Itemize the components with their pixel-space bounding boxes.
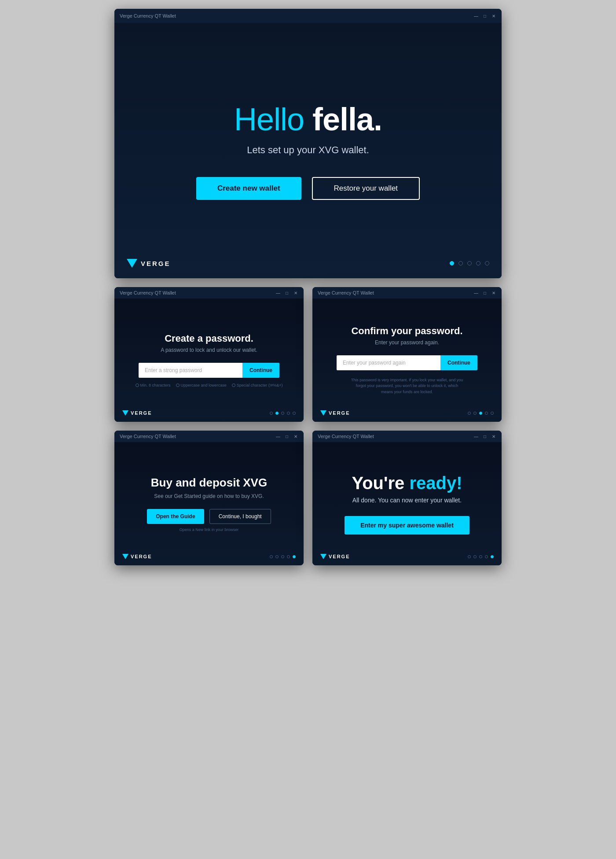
confirm-password-continue-btn[interactable]: Continue (440, 355, 477, 370)
hint-text-2: Uppercase and lowercase (181, 383, 227, 387)
confirm-pw-footer: VERGE (320, 410, 494, 416)
title-bar-create-pw: Verge Currency QT Wallet — □ ✕ (114, 287, 304, 299)
verge-triangle-icon (127, 259, 137, 268)
dot-5 (485, 261, 489, 265)
window-controls-ready: — □ ✕ (473, 434, 496, 439)
page-dots-main (450, 261, 489, 265)
create-password-continue-btn[interactable]: Continue (242, 363, 279, 378)
hint-min-chars: Min. 8 characters (136, 383, 171, 387)
verge-triangle-create-pw (122, 410, 128, 416)
minimize-button[interactable]: — (473, 13, 479, 18)
hint-text-3: Special character (!#%&+) (237, 383, 283, 387)
close-btn-ready[interactable]: ✕ (491, 434, 496, 439)
restore-wallet-button[interactable]: Restore your wallet (312, 177, 420, 200)
link-hint: Opens a New link in your browser (180, 527, 239, 532)
create-password-window: Verge Currency QT Wallet — □ ✕ Create a … (114, 287, 304, 422)
dot-3 (467, 261, 472, 265)
continue-bought-button[interactable]: Continue, I bought (209, 509, 271, 524)
hint-special: Special character (!#%&+) (232, 383, 283, 387)
confirm-password-warning: This password is very important. If you … (350, 377, 464, 395)
create-password-input-row: Continue (139, 363, 279, 378)
window-controls-create-pw: — □ ✕ (275, 290, 298, 295)
sdot-3 (281, 412, 284, 415)
window-controls-confirm-pw: — □ ✕ (473, 290, 496, 295)
bdot-4 (287, 555, 290, 558)
hello-bold: fella. (312, 102, 382, 137)
rdot-2 (473, 555, 477, 558)
maximize-btn-create-pw[interactable]: □ (284, 290, 290, 295)
main-button-row: Create new wallet Restore your wallet (196, 177, 420, 200)
rdot-5 (491, 555, 494, 558)
hello-heading: Hello fella. (234, 101, 382, 137)
minimize-btn-confirm-pw[interactable]: — (473, 290, 479, 295)
hint-circle-3 (232, 383, 235, 387)
main-content: Hello fella. Lets set up your XVG wallet… (114, 23, 502, 278)
hint-text-1: Min. 8 characters (140, 383, 171, 387)
window-controls: — □ ✕ (473, 13, 496, 18)
hint-uppercase: Uppercase and lowercase (176, 383, 227, 387)
window-title-buy: Verge Currency QT Wallet (120, 434, 176, 439)
buy-title: Buy and deposit XVG (151, 476, 267, 490)
close-button[interactable]: ✕ (491, 13, 496, 18)
minimize-btn-ready[interactable]: — (473, 434, 479, 439)
verge-triangle-ready (320, 554, 326, 559)
cdot-2 (473, 412, 477, 415)
cdot-1 (468, 412, 471, 415)
window-title-ready: Verge Currency QT Wallet (318, 434, 374, 439)
main-subtitle: Lets set up your XVG wallet. (247, 144, 369, 156)
hello-cyan: Hello (234, 102, 312, 137)
create-password-content: Create a password. A password to lock an… (114, 299, 304, 422)
create-password-input[interactable] (139, 363, 242, 378)
title-bar-buy: Verge Currency QT Wallet — □ ✕ (114, 431, 304, 442)
verge-logo-confirm-pw: VERGE (320, 410, 350, 416)
minimize-btn-buy[interactable]: — (275, 434, 281, 439)
sdot-2 (275, 412, 279, 415)
cdot-3 (479, 412, 482, 415)
dots-create-pw (270, 412, 296, 415)
close-btn-buy[interactable]: ✕ (293, 434, 298, 439)
create-password-subtitle: A password to lock and unlock our wallet… (161, 347, 257, 353)
buy-xvg-content: Buy and deposit XVG See our Get Started … (114, 442, 304, 565)
hint-circle-1 (136, 383, 139, 387)
main-footer: VERGE (127, 259, 489, 268)
buy-button-row: Open the Guide Continue, I bought (147, 509, 271, 524)
main-window: Verge Currency QT Wallet — □ ✕ Hello fel… (114, 9, 502, 278)
dots-confirm-pw (468, 412, 494, 415)
windows-row-2: Verge Currency QT Wallet — □ ✕ Buy and d… (114, 431, 502, 565)
enter-wallet-button[interactable]: Enter my super awesome wallet (345, 516, 469, 535)
maximize-btn-buy[interactable]: □ (284, 434, 290, 439)
bdot-2 (275, 555, 279, 558)
verge-logo-main: VERGE (127, 259, 171, 268)
verge-text-buy: VERGE (131, 554, 152, 559)
buy-subtitle: See our Get Started guide on how to buy … (154, 493, 264, 499)
open-guide-button[interactable]: Open the Guide (147, 509, 204, 524)
cdot-5 (491, 412, 494, 415)
ready-subtitle: All done. You can now enter your wallet. (352, 497, 462, 504)
window-title-confirm-pw: Verge Currency QT Wallet (318, 290, 374, 295)
verge-text-ready: VERGE (329, 554, 350, 559)
minimize-btn-create-pw[interactable]: — (275, 290, 281, 295)
verge-logo-text: VERGE (141, 260, 171, 267)
rdot-4 (485, 555, 488, 558)
confirm-password-input[interactable] (337, 355, 440, 370)
confirm-password-title: Confirm your password. (351, 325, 462, 337)
ready-content: You're ready! All done. You can now ente… (312, 442, 502, 565)
window-controls-buy: — □ ✕ (275, 434, 298, 439)
maximize-button[interactable]: □ (482, 13, 488, 18)
confirm-password-subtitle: Enter your password again. (375, 339, 439, 346)
maximize-btn-ready[interactable]: □ (482, 434, 488, 439)
create-wallet-button[interactable]: Create new wallet (196, 177, 301, 200)
confirm-password-input-row: Continue (337, 355, 477, 370)
verge-logo-create-pw: VERGE (122, 410, 152, 416)
maximize-btn-confirm-pw[interactable]: □ (482, 290, 488, 295)
close-btn-confirm-pw[interactable]: ✕ (491, 290, 496, 295)
create-pw-footer: VERGE (122, 410, 296, 416)
close-btn-create-pw[interactable]: ✕ (293, 290, 298, 295)
ready-window: Verge Currency QT Wallet — □ ✕ You're re… (312, 431, 502, 565)
verge-text-create-pw: VERGE (131, 410, 152, 416)
confirm-password-window: Verge Currency QT Wallet — □ ✕ Confirm y… (312, 287, 502, 422)
buy-footer: VERGE (122, 554, 296, 559)
sdot-5 (293, 412, 296, 415)
verge-logo-buy: VERGE (122, 554, 152, 559)
verge-triangle-confirm-pw (320, 410, 326, 416)
